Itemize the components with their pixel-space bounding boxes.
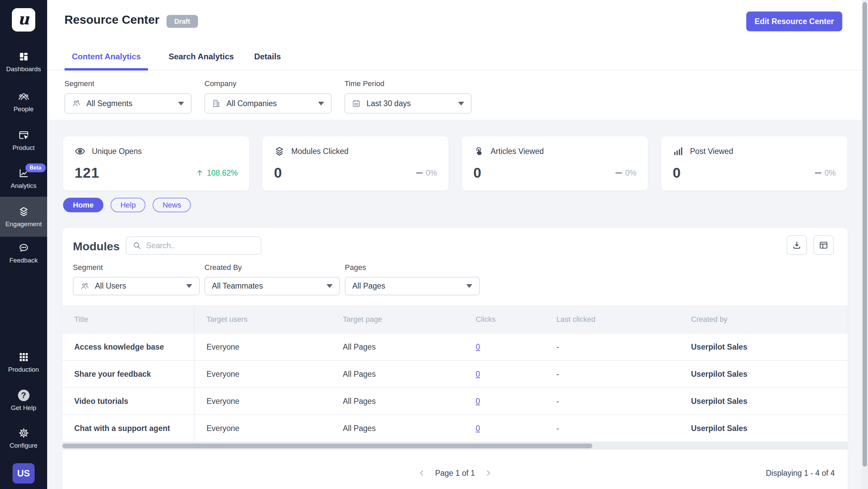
status-badge: Draft [166,15,198,28]
table-columns-icon [819,240,828,250]
sidebar-item-label: Product [13,144,35,152]
sidebar-item-label: Analytics [11,182,36,190]
stat-card-unique-opens: Unique Opens 121 108.62% [63,136,249,191]
sidebar-item-people[interactable]: People [0,91,47,113]
modules-created-by-value: All Teammates [212,281,263,291]
segment-filter-label: Segment [64,79,192,88]
people-icon [72,99,81,108]
dash-icon [615,172,622,174]
module-title: Video tutorials [62,388,195,414]
tab-content-analytics[interactable]: Content Analytics [64,43,148,70]
main-content: Resource Center Draft Edit Resource Cent… [47,0,868,489]
stat-value: 0 [673,165,681,181]
search-icon [133,241,141,250]
chevron-down-icon [327,284,333,288]
stat-label: Modules Clicked [291,147,349,156]
company-filter: Company All Companies [204,79,332,114]
column-header-title: Title [62,305,195,334]
last-clicked: - [545,361,679,387]
table-row: Chat with a support agent Everyone All P… [62,415,848,442]
sidebar-item-production[interactable]: Production [0,351,47,373]
last-clicked: - [545,415,679,442]
sidebar-item-configure[interactable]: Configure [0,427,47,449]
created-by: Userpilot Sales [679,388,848,414]
module-title: Access knowledge base [62,334,195,360]
tab-search-analytics[interactable]: Search Analytics [169,43,234,70]
sidebar-item-label: Feedback [9,257,38,264]
stat-value: 0 [473,165,481,181]
building-icon [212,99,221,108]
pagination: Page 1 of 1 [62,465,848,482]
modules-panel: Modules Segment [62,228,848,489]
sidebar-item-product[interactable]: Product [0,130,47,152]
arrow-up-icon [196,169,204,177]
modules-created-by-select[interactable]: All Teammates [204,277,340,295]
modules-search [126,236,261,255]
module-title: Share your feedback [62,361,195,387]
target-users: Everyone [195,388,331,414]
stat-delta: 0% [615,169,636,178]
target-users: Everyone [195,361,331,387]
company-select[interactable]: All Companies [204,93,332,114]
sidebar-item-label: Get Help [11,404,36,412]
sidebar-item-dashboards[interactable]: Dashboards [0,51,47,73]
previous-page-button[interactable] [417,469,426,477]
horizontal-scrollbar[interactable] [62,442,848,450]
vertical-scrollbar[interactable] [862,0,868,489]
sidebar-item-feedback[interactable]: Feedback [0,242,47,264]
company-select-value: All Companies [226,99,277,108]
clicks-link[interactable]: 0 [476,424,480,433]
dashboards-grid-icon [18,51,29,62]
clicks-link[interactable]: 0 [476,343,480,352]
time-period-select[interactable]: Last 30 days [344,93,472,114]
pill-news[interactable]: News [153,198,191,212]
column-header-clicks: Clicks [464,305,545,334]
feedback-chat-icon [18,242,29,254]
calendar-icon [352,99,361,108]
segment-select[interactable]: All Segments [64,93,192,114]
sidebar-item-analytics[interactable]: Beta Analytics [0,168,47,190]
sidebar-item-engagement[interactable]: Engagement [0,197,47,237]
pill-home[interactable]: Home [63,198,103,212]
user-avatar[interactable]: US [13,463,35,484]
modules-created-by-label: Created By [204,263,340,272]
stat-card-articles-viewed: Articles Viewed 0 0% [462,136,648,191]
modules-pages-select[interactable]: All Pages [345,277,480,295]
userpilot-logo[interactable]: u [12,8,35,32]
page-indicator: Page 1 of 1 [435,469,475,478]
modules-segment-filter: Segment All Users [73,263,200,295]
pill-help[interactable]: Help [111,198,145,212]
time-period-filter: Time Period Last 30 days [344,79,472,114]
sidebar-item-label: People [14,105,34,113]
tab-bar: Content Analytics Search Analytics Detai… [47,43,868,71]
edit-resource-center-button[interactable]: Edit Resource Center [746,12,842,31]
analytics-filters: Segment All Segments Company [64,79,472,114]
chevron-down-icon [458,102,464,105]
search-input[interactable] [146,241,255,250]
table-header-row: Title Target users Target page Clicks La… [62,305,848,334]
created-by: Userpilot Sales [679,334,848,360]
next-page-button[interactable] [484,469,493,477]
clicks-link[interactable]: 0 [476,397,480,406]
target-users: Everyone [195,334,331,360]
sidebar-item-get-help[interactable]: ? Get Help [0,390,47,412]
column-header-last-clicked: Last clicked [545,305,679,334]
modules-segment-select[interactable]: All Users [73,277,200,295]
modules-created-by-filter: Created By All Teammates [204,263,340,295]
logo-letter: u [18,11,29,27]
engagement-layers-icon [18,206,29,217]
stat-card-post-viewed: Post Viewed 0 0% [661,136,847,191]
tab-details[interactable]: Details [254,43,281,70]
columns-settings-button[interactable] [813,235,834,255]
help-question-icon: ? [18,390,29,401]
modules-segment-label: Segment [73,263,200,272]
horizontal-scrollbar-thumb[interactable] [62,444,592,448]
target-page: All Pages [331,388,464,414]
tap-icon [473,146,484,157]
target-page: All Pages [331,361,464,387]
stat-label: Unique Opens [92,147,142,156]
vertical-scrollbar-thumb[interactable] [863,2,867,467]
clicks-link[interactable]: 0 [476,370,480,379]
download-button[interactable] [787,235,807,255]
table-row: Share your feedback Everyone All Pages 0… [62,361,848,388]
